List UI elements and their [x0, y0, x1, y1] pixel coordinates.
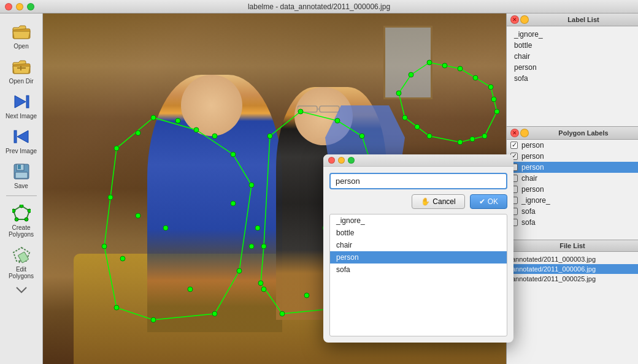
- polygon-labels-title: Polygon Labels: [532, 129, 634, 137]
- edit-polygons-icon: [12, 245, 31, 265]
- dialog-minimize-button[interactable]: [338, 157, 345, 164]
- polygon-labels-header: ✕ Polygon Labels: [507, 127, 638, 140]
- file-item-2[interactable]: annotated/2011_000006.jpg: [507, 264, 638, 274]
- svg-marker-4: [15, 96, 26, 108]
- poly-label-person2[interactable]: person: [507, 151, 638, 162]
- file-list-header: File List: [507, 240, 638, 252]
- dialog-list-item-sofa[interactable]: sofa: [330, 264, 507, 276]
- poly-label-text-sofa1: sofa: [521, 207, 536, 216]
- toolbar: Open Open Dir N: [0, 13, 43, 364]
- dialog-list-item-ignore[interactable]: _ignore_: [330, 214, 507, 227]
- poly-label-sofa2[interactable]: sofa: [507, 217, 638, 228]
- save-button[interactable]: Save: [2, 158, 40, 192]
- svg-point-13: [20, 205, 23, 208]
- main-layout: Open Open Dir N: [0, 13, 638, 364]
- edit-polygons-label: Edit Polygons: [5, 266, 38, 279]
- svg-point-15: [25, 218, 28, 221]
- label-list-header: ✕ Label List: [507, 13, 638, 26]
- dialog-list-item-bottle[interactable]: bottle: [330, 227, 507, 239]
- dialog-buttons: ✋ Cancel ✔ OK: [329, 194, 507, 209]
- ok-icon: ✔: [479, 197, 485, 206]
- poly-label-person4[interactable]: person: [507, 184, 638, 195]
- open-icon: [12, 22, 31, 42]
- window-close-button[interactable]: [5, 3, 12, 10]
- poly-label-text-person3: person: [521, 163, 544, 172]
- dialog-ok-label: OK: [488, 197, 498, 206]
- window-title: labelme - data_annotated/2011_000006.jpg: [248, 2, 390, 11]
- svg-point-17: [12, 209, 15, 213]
- window-titlebar: labelme - data_annotated/2011_000006.jpg: [0, 0, 638, 13]
- next-image-icon: [12, 92, 31, 112]
- dialog-label-input[interactable]: [329, 173, 507, 189]
- dialog-cancel-label: Cancel: [432, 197, 455, 206]
- open-label: Open: [13, 43, 28, 50]
- label-item-sofa[interactable]: sofa: [507, 73, 638, 84]
- open-button[interactable]: Open: [2, 18, 40, 52]
- file-list-panel: File List annotated/2011_000003.jpg anno…: [507, 240, 638, 364]
- label-item-ignore[interactable]: _ignore_: [507, 29, 638, 40]
- label-item-person[interactable]: person: [507, 62, 638, 73]
- prev-image-button[interactable]: Prev Image: [2, 123, 40, 157]
- file-item-3[interactable]: annotated/2011_000025.jpg: [507, 274, 638, 284]
- label-dialog[interactable]: ✋ Cancel ✔ OK _ignore_ bottle chair pers…: [323, 154, 513, 343]
- poly-label-text-person4: person: [521, 185, 544, 194]
- toolbar-separator: [6, 195, 37, 196]
- dialog-titlebar: [323, 154, 513, 167]
- dialog-maximize-button[interactable]: [348, 157, 355, 164]
- label-list-panel: ✕ Label List _ignore_ bottle chair perso…: [507, 13, 638, 127]
- svg-point-16: [15, 218, 18, 221]
- window-minimize-button[interactable]: [16, 3, 23, 10]
- next-image-button[interactable]: Next Image: [2, 88, 40, 122]
- save-label: Save: [14, 183, 28, 189]
- dialog-label-list: _ignore_ bottle chair person sofa: [329, 214, 507, 336]
- label-list-minimize-button[interactable]: [520, 15, 529, 24]
- svg-marker-6: [17, 131, 28, 143]
- svg-rect-21: [298, 106, 317, 112]
- label-item-chair[interactable]: chair: [507, 51, 638, 62]
- poly-checkbox-person1[interactable]: [510, 142, 518, 149]
- poly-label-text-person1: person: [521, 141, 544, 150]
- create-polygons-button[interactable]: Create Polygons: [2, 200, 40, 240]
- poly-label-person3[interactable]: person: [507, 162, 638, 173]
- prev-image-label: Prev Image: [6, 148, 37, 154]
- polygon-labels-minimize-button[interactable]: [520, 129, 529, 137]
- file-list-content: annotated/2011_000003.jpg annotated/2011…: [507, 252, 638, 364]
- svg-rect-5: [26, 96, 29, 108]
- open-dir-label: Open Dir: [9, 78, 33, 85]
- toolbar-more-button[interactable]: [14, 286, 29, 294]
- window-maximize-button[interactable]: [27, 3, 34, 10]
- poly-label-sofa1[interactable]: sofa: [507, 206, 638, 217]
- poly-label-chair1[interactable]: chair: [507, 173, 638, 184]
- label-item-bottle[interactable]: bottle: [507, 40, 638, 51]
- svg-rect-7: [14, 131, 17, 143]
- dialog-ok-button[interactable]: ✔ OK: [470, 194, 507, 209]
- file-item-1[interactable]: annotated/2011_000003.jpg: [507, 254, 638, 264]
- window-buttons: [5, 3, 34, 10]
- dialog-close-button[interactable]: [328, 157, 335, 164]
- label-list-content: _ignore_ bottle chair person sofa: [507, 26, 638, 126]
- dialog-list-item-person[interactable]: person: [330, 251, 507, 264]
- cancel-icon: ✋: [421, 197, 430, 206]
- poly-label-text-sofa2: sofa: [521, 218, 536, 227]
- svg-rect-22: [320, 106, 339, 112]
- poly-label-ignore1[interactable]: _ignore_: [507, 195, 638, 206]
- svg-rect-11: [15, 172, 28, 178]
- label-list-title: Label List: [532, 16, 634, 23]
- next-image-label: Next Image: [6, 113, 37, 119]
- label-list-close-button[interactable]: ✕: [510, 15, 519, 24]
- polygon-labels-close-button[interactable]: ✕: [510, 129, 519, 137]
- open-dir-button[interactable]: Open Dir: [2, 53, 40, 87]
- poly-label-text-chair1: chair: [521, 174, 537, 183]
- svg-rect-10: [18, 165, 21, 169]
- dialog-cancel-button[interactable]: ✋ Cancel: [412, 194, 464, 209]
- poly-label-person1[interactable]: person: [507, 140, 638, 151]
- file-list-title: File List: [510, 242, 634, 249]
- edit-polygons-button[interactable]: Edit Polygons: [2, 241, 40, 282]
- dialog-list-item-chair[interactable]: chair: [330, 239, 507, 251]
- poly-label-text-person2: person: [521, 152, 544, 161]
- person-left-face: [181, 75, 242, 136]
- right-panels: ✕ Label List _ignore_ bottle chair perso…: [506, 13, 638, 364]
- prev-image-icon: [12, 127, 31, 146]
- dialog-body: ✋ Cancel ✔ OK _ignore_ bottle chair pers…: [323, 167, 513, 343]
- svg-rect-3: [20, 66, 21, 70]
